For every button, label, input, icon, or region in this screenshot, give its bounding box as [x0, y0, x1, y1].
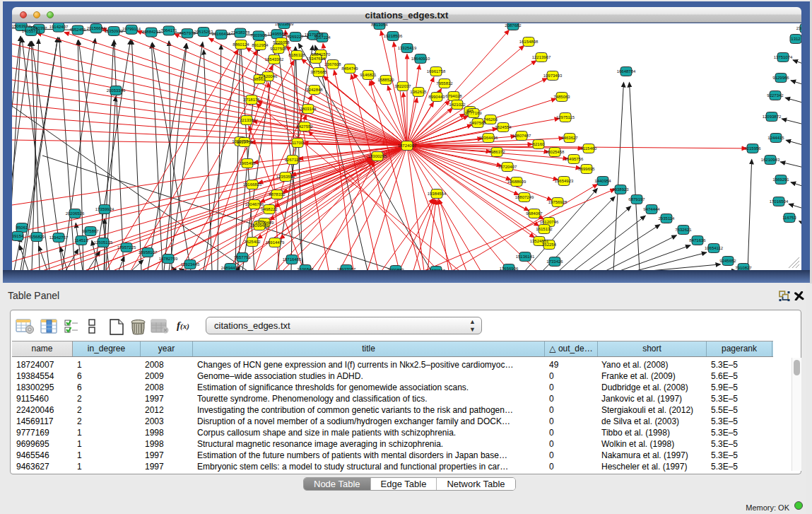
svg-text:6794028: 6794028 [445, 94, 462, 98]
svg-text:19654923: 19654923 [555, 179, 574, 183]
svg-text:7986372: 7986372 [488, 150, 505, 154]
svg-text:6879197: 6879197 [628, 197, 645, 201]
svg-text:8427552: 8427552 [296, 124, 313, 129]
svg-text:19142407: 19142407 [49, 25, 69, 29]
svg-text:4952451: 4952451 [69, 28, 86, 32]
svg-text:19756928: 19756928 [548, 200, 567, 204]
svg-text:7357224: 7357224 [314, 35, 331, 40]
svg-text:98961: 98961 [254, 77, 266, 81]
svg-text:12213369: 12213369 [237, 118, 257, 122]
svg-text:8186328: 8186328 [288, 53, 305, 57]
svg-text:1244415: 1244415 [767, 136, 784, 140]
svg-text:20206526: 20206526 [66, 211, 85, 216]
svg-text:16033809: 16033809 [275, 23, 294, 26]
svg-text:85061: 85061 [16, 226, 28, 230]
svg-text:9498222: 9498222 [261, 207, 278, 211]
svg-text:16543362: 16543362 [265, 57, 284, 62]
svg-text:10046766: 10046766 [245, 202, 264, 206]
svg-text:8813054: 8813054 [371, 23, 388, 27]
svg-text:7910827: 7910827 [735, 266, 752, 270]
svg-text:9463627: 9463627 [561, 136, 578, 140]
svg-text:13751074: 13751074 [774, 55, 793, 59]
svg-text:1156829: 1156829 [29, 235, 46, 239]
svg-text:15063972: 15063972 [12, 24, 31, 28]
svg-text:16154808: 16154808 [519, 40, 539, 44]
svg-text:8938923: 8938923 [612, 187, 629, 192]
svg-text:252254: 252254 [542, 243, 557, 247]
svg-text:2367608: 2367608 [324, 62, 341, 66]
svg-text:20166438: 20166438 [212, 32, 231, 36]
svg-text:2803144: 2803144 [300, 107, 317, 111]
svg-text:10958107: 10958107 [139, 250, 158, 255]
svg-text:18724007: 18724007 [398, 144, 417, 148]
svg-text:19799114: 19799114 [122, 27, 141, 31]
svg-text:8878332: 8878332 [269, 192, 286, 197]
svg-text:8471636: 8471636 [689, 238, 706, 243]
svg-text:12975115: 12975115 [556, 115, 575, 119]
svg-text:2087682: 2087682 [505, 23, 522, 28]
svg-text:7064171: 7064171 [160, 28, 177, 33]
svg-text:3215956: 3215956 [744, 146, 761, 151]
svg-text:19218506: 19218506 [384, 34, 403, 38]
svg-text:23884213: 23884213 [142, 30, 161, 34]
svg-text:17957225: 17957225 [117, 245, 136, 250]
svg-text:15720407: 15720407 [498, 165, 517, 169]
svg-text:17016504: 17016504 [770, 199, 789, 204]
svg-text:1615132: 1615132 [536, 227, 553, 231]
svg-text:12942757: 12942757 [49, 235, 69, 240]
svg-text:16914479: 16914479 [266, 240, 285, 245]
svg-text:10973493: 10973493 [543, 74, 563, 78]
svg-text:20364436: 20364436 [479, 136, 498, 140]
svg-text:9115460: 9115460 [581, 146, 598, 151]
svg-text:2718176: 2718176 [243, 98, 260, 102]
svg-text:9129966: 9129966 [772, 76, 789, 80]
svg-text:18300295: 18300295 [368, 154, 387, 158]
svg-text:9146821: 9146821 [360, 73, 377, 77]
svg-text:9227342: 9227342 [767, 93, 784, 98]
svg-text:4269227: 4269227 [287, 35, 304, 39]
svg-text:1569291: 1569291 [772, 177, 789, 182]
svg-text:3267110: 3267110 [285, 158, 302, 162]
svg-text:10654112: 10654112 [705, 246, 724, 250]
svg-text:1733426: 1733426 [546, 259, 563, 264]
svg-text:16648784: 16648784 [617, 69, 636, 74]
svg-text:7955812: 7955812 [436, 81, 453, 86]
svg-text:7625402: 7625402 [244, 240, 261, 244]
svg-text:3822037: 3822037 [394, 84, 411, 88]
svg-text:12505135: 12505135 [94, 240, 113, 245]
svg-text:39154: 39154 [12, 234, 24, 238]
svg-text:8454749: 8454749 [341, 66, 358, 71]
svg-text:12923445: 12923445 [181, 262, 200, 267]
svg-text:8990443: 8990443 [428, 95, 445, 99]
svg-text:20156684: 20156684 [87, 26, 106, 30]
svg-text:19384554: 19384554 [428, 192, 447, 196]
svg-text:9245652: 9245652 [719, 259, 736, 263]
svg-text:6497568: 6497568 [469, 121, 486, 125]
svg-text:9777169: 9777169 [465, 111, 482, 115]
svg-text:9657791: 9657791 [234, 255, 251, 259]
svg-text:14099489: 14099489 [250, 223, 269, 228]
svg-text:12093872: 12093872 [763, 115, 782, 119]
svg-text:8912954: 8912954 [252, 43, 269, 47]
svg-text:13495588: 13495588 [268, 32, 287, 36]
svg-text:8860124: 8860124 [233, 42, 249, 47]
svg-text:9242848: 9242848 [306, 88, 323, 92]
svg-text:13325419: 13325419 [398, 46, 417, 50]
svg-text:16495756: 16495756 [565, 157, 584, 161]
svg-text:7303905: 7303905 [250, 33, 267, 37]
svg-text:20053346: 20053346 [107, 88, 126, 93]
svg-text:14055721: 14055721 [22, 29, 41, 33]
svg-text:3875685: 3875685 [310, 70, 327, 74]
svg-text:1421022: 1421022 [449, 103, 466, 107]
svg-text:1965493: 1965493 [239, 161, 256, 165]
svg-text:16961758: 16961758 [427, 69, 446, 74]
svg-text:9684067: 9684067 [526, 211, 543, 216]
svg-text:7632621: 7632621 [675, 228, 692, 232]
svg-text:12213967: 12213967 [532, 55, 551, 59]
svg-text:12353594: 12353594 [276, 175, 295, 179]
svg-text:23830434: 23830434 [796, 26, 801, 30]
svg-text:114519: 114519 [74, 238, 88, 243]
svg-text:15716485: 15716485 [283, 257, 302, 262]
svg-text:62160: 62160 [533, 142, 545, 146]
svg-text:16120746: 16120746 [540, 220, 559, 224]
